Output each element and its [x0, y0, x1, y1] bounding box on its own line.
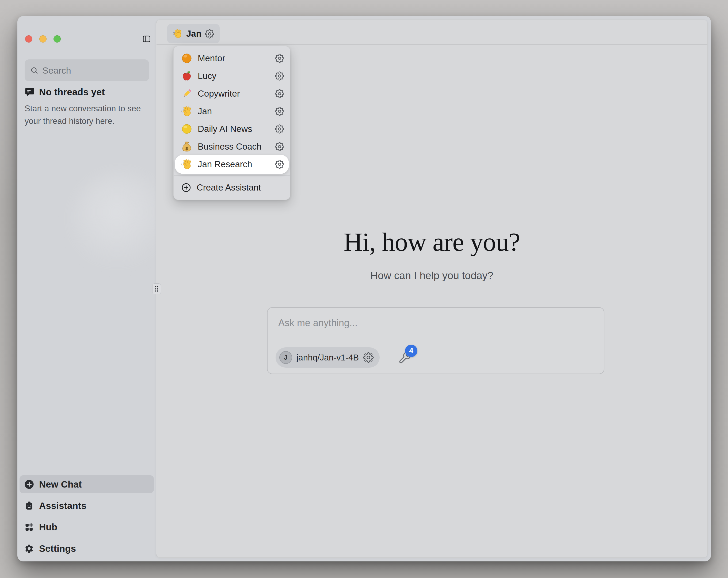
model-name: janhq/Jan-v1-4B — [296, 353, 359, 362]
red-apple-icon — [181, 70, 192, 82]
assistant-menu-item-jan-research[interactable]: Jan Research — [175, 155, 289, 174]
search-bar[interactable] — [25, 59, 149, 81]
grid-plus-icon — [24, 522, 34, 532]
sidebar-resize-handle[interactable] — [152, 283, 161, 294]
empty-state-title: No threads yet — [39, 87, 105, 97]
search-input[interactable] — [42, 65, 144, 76]
orange-circle-icon — [181, 53, 192, 64]
model-selector-button[interactable]: J janhq/Jan-v1-4B — [276, 347, 380, 368]
assistant-selector-label: Jan — [186, 29, 202, 39]
sidebar-item-label: Assistants — [39, 500, 86, 511]
sidebar-toggle-icon[interactable] — [141, 34, 152, 43]
search-icon — [30, 66, 38, 75]
yellow-circle-icon — [181, 123, 192, 134]
assistant-menu-item-label: Copywriter — [198, 89, 270, 99]
empty-state-description: Start a new conversation to see your thr… — [25, 102, 142, 127]
sidebar-item-label: Hub — [39, 522, 57, 532]
assistant-menu-item-label: Lucy — [198, 71, 270, 81]
sidebar-item-assistants[interactable]: Assistants — [20, 497, 154, 514]
gear-icon — [24, 543, 34, 554]
assistant-menu-item-label: Business Coach — [198, 142, 270, 152]
pencil-icon — [181, 88, 192, 99]
greeting-title: Hi, how are you? — [156, 227, 708, 257]
sidebar-item-hub[interactable]: Hub — [20, 518, 154, 536]
assistant-menu-item-label: Mentor — [198, 53, 270, 64]
assistant-settings-gear-icon[interactable] — [275, 54, 284, 63]
assistant-menu-item-label: Daily AI News — [198, 124, 270, 134]
chat-input[interactable] — [278, 317, 594, 339]
minimize-button[interactable] — [39, 35, 47, 43]
assistant-selector-button[interactable]: Jan — [167, 24, 220, 43]
zoom-button[interactable] — [53, 35, 61, 43]
plus-circle-icon — [24, 479, 34, 490]
create-assistant-label: Create Assistant — [197, 182, 261, 193]
assistant-settings-gear-icon[interactable] — [275, 124, 284, 133]
chat-bubble-icon — [25, 87, 35, 97]
assistant-settings-gear-icon[interactable] — [275, 89, 284, 98]
assistant-menu-item-business-coach[interactable]: Business Coach — [174, 138, 290, 155]
sidebar-item-label: New Chat — [39, 479, 82, 490]
circle-plus-icon — [181, 182, 191, 193]
close-button[interactable] — [25, 35, 32, 43]
waving-hand-icon — [173, 29, 183, 39]
sidebar-nav: New Chat Assistants Hub Settings — [20, 475, 154, 557]
tools-count-badge: 4 — [405, 345, 417, 357]
empty-state-description-line2: your thread history here. — [25, 115, 142, 127]
menu-divider — [174, 175, 290, 176]
assistant-menu-item-jan[interactable]: Jan — [174, 102, 290, 120]
assistant-settings-gear-icon[interactable] — [275, 142, 284, 151]
sidebar-item-label: Settings — [39, 543, 76, 554]
sidebar-item-settings[interactable]: Settings — [20, 539, 154, 557]
assistant-menu-item-daily-ai-news[interactable]: Daily AI News — [174, 120, 290, 138]
assistant-settings-gear-icon[interactable] — [275, 71, 284, 80]
assistant-settings-gear-icon[interactable] — [275, 160, 284, 169]
greeting: Hi, how are you? How can I help you toda… — [156, 227, 708, 281]
assistant-menu-item-copywriter[interactable]: Copywriter — [174, 85, 290, 102]
header-divider — [157, 44, 707, 45]
empty-state-description-line1: Start a new conversation to see — [25, 102, 142, 115]
assistant-dropdown-menu: Mentor Lucy Copywriter Jan Daily AI News… — [173, 46, 290, 200]
model-avatar: J — [279, 351, 292, 364]
money-bag-icon — [181, 141, 192, 152]
waving-hand-icon — [181, 106, 192, 117]
greeting-subtitle: How can I help you today? — [156, 270, 708, 281]
tools-button[interactable]: 4 — [398, 345, 425, 366]
chat-composer: J janhq/Jan-v1-4B 4 — [267, 307, 604, 374]
model-settings-gear-icon[interactable] — [363, 352, 374, 363]
robot-icon — [24, 500, 34, 511]
threads-empty-state-header: No threads yet — [25, 87, 105, 97]
waving-hand-icon — [181, 159, 192, 170]
assistant-menu-item-label: Jan — [198, 106, 270, 117]
sidebar-item-new-chat[interactable]: New Chat — [20, 475, 154, 493]
assistant-gear-icon[interactable] — [205, 29, 214, 39]
create-assistant-button[interactable]: Create Assistant — [174, 178, 290, 197]
assistant-menu-item-lucy[interactable]: Lucy — [174, 67, 290, 85]
assistant-menu-item-label: Jan Research — [198, 159, 270, 169]
assistant-settings-gear-icon[interactable] — [275, 107, 284, 116]
assistant-menu-item-mentor[interactable]: Mentor — [174, 50, 290, 67]
